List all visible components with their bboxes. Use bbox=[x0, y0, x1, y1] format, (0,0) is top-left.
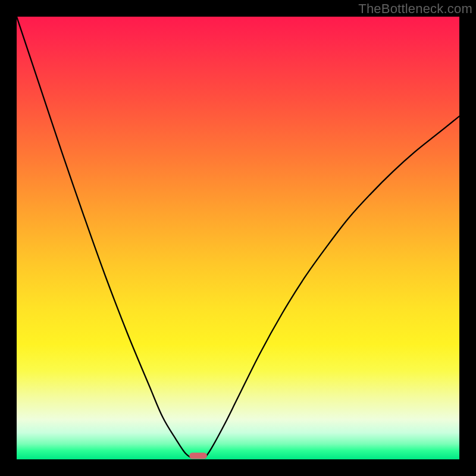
watermark-text: TheBottleneck.com bbox=[358, 1, 472, 17]
gradient-background bbox=[17, 17, 459, 459]
chart-frame: TheBottleneck.com bbox=[0, 0, 476, 476]
plot-area bbox=[17, 17, 459, 459]
